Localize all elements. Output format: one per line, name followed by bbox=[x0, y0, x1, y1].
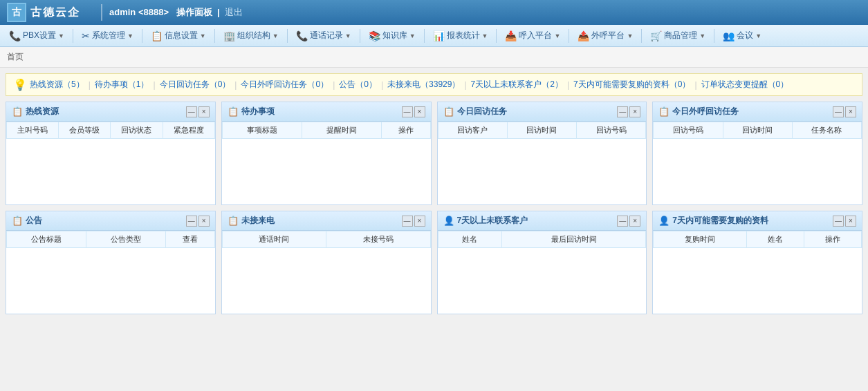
panel-missed-minimize[interactable]: — bbox=[402, 216, 413, 227]
menu-sep-5 bbox=[360, 29, 360, 43]
today-visit-table: 回访客户 回访时间 回访号码 bbox=[438, 122, 647, 139]
panel-hotline-body: 主叫号码 会员等级 回访状态 紧急程度 bbox=[6, 122, 215, 204]
panel-today-visit-minimize[interactable]: — bbox=[617, 106, 628, 117]
knowledge-icon: 📚 bbox=[369, 30, 380, 41]
panel-7day-contact-close[interactable]: × bbox=[629, 216, 640, 227]
breadcrumb-text: 首页 bbox=[7, 52, 24, 61]
menu-system[interactable]: ✂ 系统管理 ▼ bbox=[76, 27, 139, 44]
notice-col-title: 公告标题 bbox=[7, 231, 86, 248]
hotline-table: 主叫号码 会员等级 回访状态 紧急程度 bbox=[6, 122, 215, 139]
system-icon: ✂ bbox=[82, 30, 90, 41]
report-icon: 📊 bbox=[433, 30, 445, 41]
panel-7day-repurchase-body: 复购时间 姓名 操作 bbox=[653, 231, 862, 314]
panel-todo-body: 事项标题 提醒时间 操作 bbox=[222, 122, 431, 204]
panel-today-visit-close[interactable]: × bbox=[629, 106, 640, 117]
panel-7day-repurchase-close[interactable]: × bbox=[845, 216, 856, 227]
notif-todo[interactable]: 待办事项（1） bbox=[95, 79, 149, 90]
todo-panel-icon: 📋 bbox=[228, 106, 239, 117]
notif-sep-5: | bbox=[381, 80, 383, 90]
panel-7day-contact-title: 👤 7天以上未联系客户 bbox=[443, 215, 528, 227]
notif-today-visit[interactable]: 今日回访任务（0） bbox=[160, 79, 231, 90]
todo-col-remind-time: 提醒时间 bbox=[302, 122, 381, 139]
hotline-col-level: 会员等级 bbox=[59, 122, 111, 139]
panel-todo-title: 📋 待办事项 bbox=[228, 106, 275, 117]
system-arrow-icon: ▼ bbox=[127, 32, 133, 39]
notif-sep-8: | bbox=[694, 80, 696, 90]
panel-notice-close[interactable]: × bbox=[198, 216, 210, 227]
info-arrow-icon: ▼ bbox=[200, 32, 206, 39]
menu-sep-2 bbox=[142, 29, 142, 43]
panel-7day-contact-body: 姓名 最后回访时间 bbox=[438, 231, 647, 314]
notif-hotline[interactable]: 热线资源（5） bbox=[30, 79, 84, 90]
panel-todo-minimize[interactable]: — bbox=[402, 106, 413, 117]
panel-notice-body: 公告标题 公告类型 查看 bbox=[6, 231, 215, 314]
panel-today-out-visit-header: 📋 今日外呼回访任务 — × bbox=[653, 102, 862, 122]
missed-table: 通话时间 未接号码 bbox=[222, 231, 431, 248]
notif-sep-6: | bbox=[464, 80, 466, 90]
panel-today-out-visit-close[interactable]: × bbox=[845, 106, 856, 117]
menu-knowledge[interactable]: 📚 知识库 ▼ bbox=[363, 27, 421, 44]
notif-7day-repurchase[interactable]: 7天内可能需要复购的资料（0） bbox=[573, 79, 690, 90]
panel-today-out-visit-minimize[interactable]: — bbox=[833, 106, 844, 117]
panel-hotline-close[interactable]: × bbox=[198, 106, 210, 117]
menu-outbound[interactable]: 📤 外呼平台 ▼ bbox=[572, 27, 638, 44]
menu-org[interactable]: 🏢 组织结构 ▼ bbox=[218, 27, 284, 44]
panel-today-out-visit-body: 回访号码 回访时间 任务名称 bbox=[653, 122, 862, 204]
menu-org-label: 组织结构 bbox=[237, 30, 270, 41]
todo-col-title: 事项标题 bbox=[222, 122, 302, 139]
panel-today-visit-header: 📋 今日回访任务 — × bbox=[438, 102, 647, 122]
menu-sep-7 bbox=[496, 29, 497, 43]
panel-missed-close[interactable]: × bbox=[414, 216, 425, 227]
notif-missed[interactable]: 未接来电（33929） bbox=[387, 79, 460, 90]
panel-today-out-visit-title-text: 今日外呼回访任务 bbox=[672, 106, 739, 117]
meeting-arrow-icon: ▼ bbox=[755, 32, 761, 39]
admin-label: admin <8888> bbox=[109, 7, 169, 17]
menu-meeting[interactable]: 👥 会议 ▼ bbox=[717, 27, 767, 44]
notice-table: 公告标题 公告类型 查看 bbox=[6, 231, 215, 248]
today-out-visit-panel-icon: 📋 bbox=[658, 106, 670, 117]
menu-sep-9 bbox=[641, 29, 642, 43]
menubar: 📞 PBX设置 ▼ ✂ 系统管理 ▼ 📋 信息设置 ▼ 🏢 组织结构 ▼ 📞 通… bbox=[0, 25, 868, 47]
notif-order-change[interactable]: 订单状态变更提醒（0） bbox=[701, 79, 789, 90]
panel-todo-close[interactable]: × bbox=[414, 106, 425, 117]
notif-notice[interactable]: 公告（0） bbox=[339, 79, 377, 90]
notif-sep-2: | bbox=[154, 80, 156, 90]
report-arrow-icon: ▼ bbox=[482, 32, 488, 39]
notif-7day-contact[interactable]: 7天以上未联系客户（2） bbox=[471, 79, 563, 90]
panel-missed-body: 通话时间 未接号码 bbox=[222, 231, 431, 314]
panel-7day-repurchase-minimize[interactable]: — bbox=[833, 216, 844, 227]
menu-info[interactable]: 📋 信息设置 ▼ bbox=[145, 27, 212, 44]
notif-sep-3: | bbox=[234, 80, 237, 90]
menu-system-label: 系统管理 bbox=[92, 30, 125, 41]
7day-repurchase-col-action: 操作 bbox=[804, 231, 862, 248]
menu-inbound[interactable]: 📥 呼入平台 ▼ bbox=[499, 27, 566, 44]
product-arrow-icon: ▼ bbox=[699, 32, 705, 39]
notif-today-out-visit[interactable]: 今日外呼回访任务（0） bbox=[241, 79, 329, 90]
panel-notice-minimize[interactable]: — bbox=[186, 216, 197, 227]
panel-today-visit-title-text: 今日回访任务 bbox=[457, 106, 507, 117]
panel-7day-contact-minimize[interactable]: — bbox=[617, 216, 628, 227]
panel-hotline-title-text: 热线资源 bbox=[26, 106, 59, 117]
7day-repurchase-col-time: 复购时间 bbox=[654, 231, 747, 248]
missed-panel-icon: 📋 bbox=[228, 216, 239, 226]
menu-product[interactable]: 🛒 商品管理 ▼ bbox=[645, 27, 711, 44]
menu-calls[interactable]: 📞 通话记录 ▼ bbox=[290, 27, 357, 44]
menu-report[interactable]: 📊 报表统计 ▼ bbox=[427, 27, 494, 44]
menu-sep-4 bbox=[287, 29, 288, 43]
menu-sep-3 bbox=[214, 29, 215, 43]
logout-button[interactable]: 退出 bbox=[225, 7, 243, 17]
menu-pbx[interactable]: 📞 PBX设置 ▼ bbox=[3, 27, 70, 44]
product-icon: 🛒 bbox=[650, 30, 662, 41]
pbx-arrow-icon: ▼ bbox=[58, 32, 64, 39]
notice-panel-icon: 📋 bbox=[12, 216, 23, 226]
logo-icon: 古 bbox=[7, 3, 26, 22]
knowledge-arrow-icon: ▼ bbox=[409, 32, 416, 39]
today-out-visit-col-number: 回访号码 bbox=[654, 122, 723, 139]
calls-arrow-icon: ▼ bbox=[345, 32, 351, 39]
7day-contact-col-last-visit: 最后回访时间 bbox=[501, 231, 645, 248]
panel-7day-contact-controls: — × bbox=[617, 216, 640, 227]
panel-hotline-minimize[interactable]: — bbox=[186, 106, 197, 117]
7day-contact-panel-icon: 👤 bbox=[443, 216, 454, 226]
menu-sep-8 bbox=[569, 29, 569, 43]
logo-area: 古 古德云企 bbox=[7, 3, 80, 22]
